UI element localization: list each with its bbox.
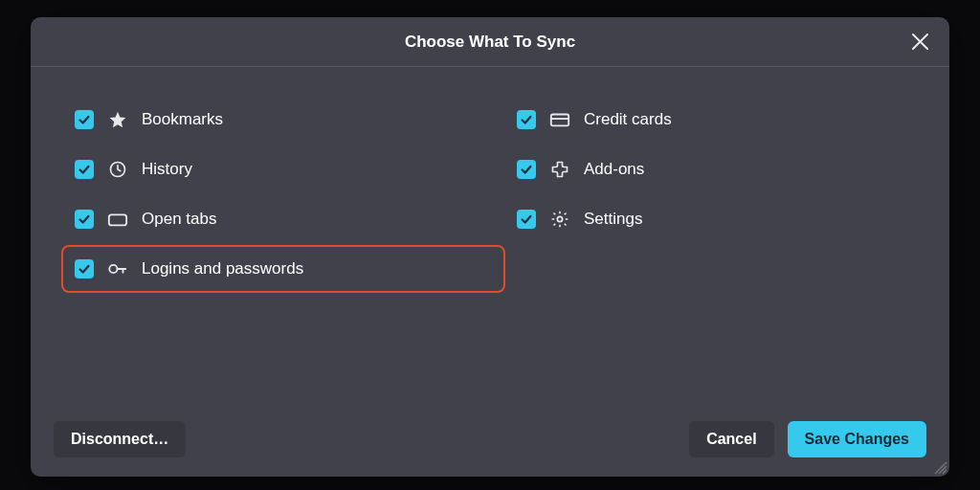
checkbox[interactable] — [75, 259, 94, 278]
disconnect-button[interactable]: Disconnect… — [54, 421, 186, 457]
sync-item-settings[interactable]: Settings — [509, 205, 679, 234]
checkbox[interactable] — [75, 110, 94, 129]
sync-item-credit-cards[interactable]: Credit cards — [509, 105, 679, 134]
sync-item-label: History — [142, 160, 192, 179]
sync-column-right: Credit cardsAdd-onsSettings — [500, 105, 679, 404]
sync-item-label: Credit cards — [584, 110, 672, 129]
sync-item-logins-and-passwords[interactable]: Logins and passwords — [67, 251, 500, 287]
sync-item-open-tabs[interactable]: Open tabs — [67, 205, 500, 234]
addon-icon — [549, 159, 570, 180]
dialog-body: BookmarksHistoryOpen tabsLogins and pass… — [31, 67, 949, 404]
checkbox[interactable] — [517, 210, 536, 229]
save-changes-button[interactable]: Save Changes — [788, 421, 926, 457]
star-icon — [107, 109, 128, 130]
checkbox[interactable] — [517, 160, 536, 179]
svg-rect-3 — [551, 115, 568, 126]
dialog-header: Choose What To Sync — [31, 17, 949, 67]
dialog-title: Choose What To Sync — [405, 33, 575, 52]
checkbox[interactable] — [517, 110, 536, 129]
card-icon — [549, 109, 570, 130]
sync-item-label: Add-ons — [584, 160, 644, 179]
sync-item-label: Bookmarks — [142, 110, 223, 129]
tab-icon — [107, 209, 128, 230]
cancel-button[interactable]: Cancel — [689, 421, 773, 457]
sync-item-add-ons[interactable]: Add-ons — [509, 155, 679, 184]
sync-dialog: Choose What To Sync BookmarksHistoryOpen… — [31, 17, 949, 477]
svg-rect-1 — [109, 214, 126, 225]
dialog-footer: Disconnect… Cancel Save Changes — [31, 404, 949, 477]
close-icon — [912, 33, 928, 50]
clock-icon — [107, 159, 128, 180]
sync-item-history[interactable]: History — [67, 155, 500, 184]
resize-handle-icon[interactable] — [932, 459, 947, 475]
sync-item-label: Open tabs — [142, 210, 216, 229]
close-button[interactable] — [907, 30, 932, 55]
gear-icon — [549, 209, 570, 230]
svg-point-2 — [109, 265, 117, 273]
svg-point-5 — [557, 216, 562, 221]
sync-item-bookmarks[interactable]: Bookmarks — [67, 105, 500, 134]
checkbox[interactable] — [75, 210, 94, 229]
sync-column-left: BookmarksHistoryOpen tabsLogins and pass… — [50, 105, 500, 404]
sync-item-label: Logins and passwords — [142, 259, 303, 278]
key-icon — [107, 258, 128, 279]
checkbox[interactable] — [75, 160, 94, 179]
sync-item-label: Settings — [584, 210, 642, 229]
